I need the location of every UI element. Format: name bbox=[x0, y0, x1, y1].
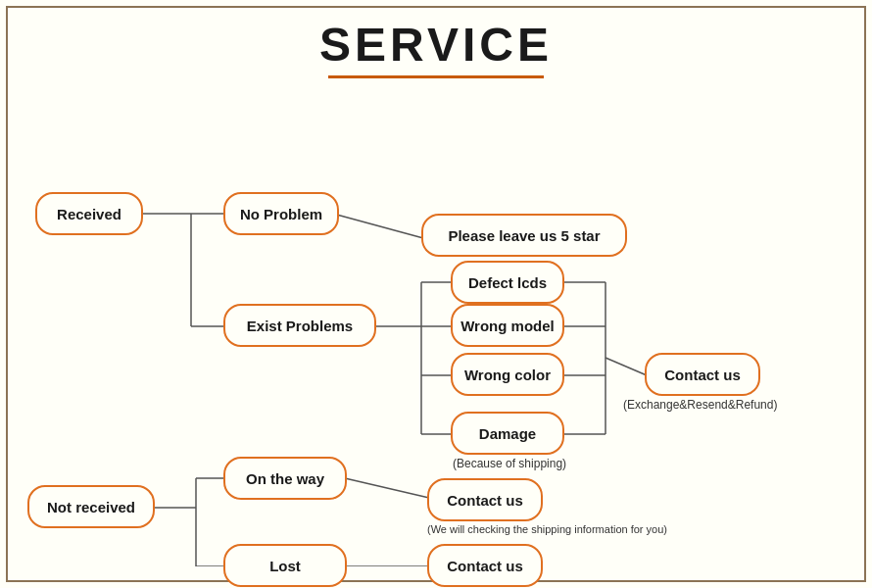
node-on-the-way: On the way bbox=[223, 457, 347, 500]
svg-line-21 bbox=[345, 478, 429, 498]
svg-line-16 bbox=[606, 358, 647, 375]
diagram: Received No Problem Please leave us 5 st… bbox=[0, 86, 862, 566]
node-contact-us-1: Contact us bbox=[645, 353, 760, 396]
node-damage: Damage bbox=[451, 412, 564, 455]
node-no-problem: No Problem bbox=[223, 192, 339, 235]
node-received: Received bbox=[35, 192, 143, 235]
note-will-checking: (We will checking the shipping informati… bbox=[427, 523, 667, 535]
node-defect-lcds: Defect lcds bbox=[451, 261, 564, 304]
node-lost: Lost bbox=[223, 544, 347, 587]
node-wrong-model: Wrong model bbox=[451, 304, 564, 347]
svg-line-4 bbox=[333, 214, 423, 238]
node-contact-us-3: Contact us bbox=[427, 544, 543, 587]
node-not-received: Not received bbox=[27, 485, 155, 528]
node-please-leave: Please leave us 5 star bbox=[421, 214, 627, 257]
node-exist-problems: Exist Problems bbox=[223, 304, 376, 347]
note-because-shipping: (Because of shipping) bbox=[453, 457, 566, 470]
node-contact-us-2: Contact us bbox=[427, 478, 543, 521]
note-exchange: (Exchange&Resend&Refund) bbox=[623, 398, 777, 412]
node-wrong-color: Wrong color bbox=[451, 353, 564, 396]
